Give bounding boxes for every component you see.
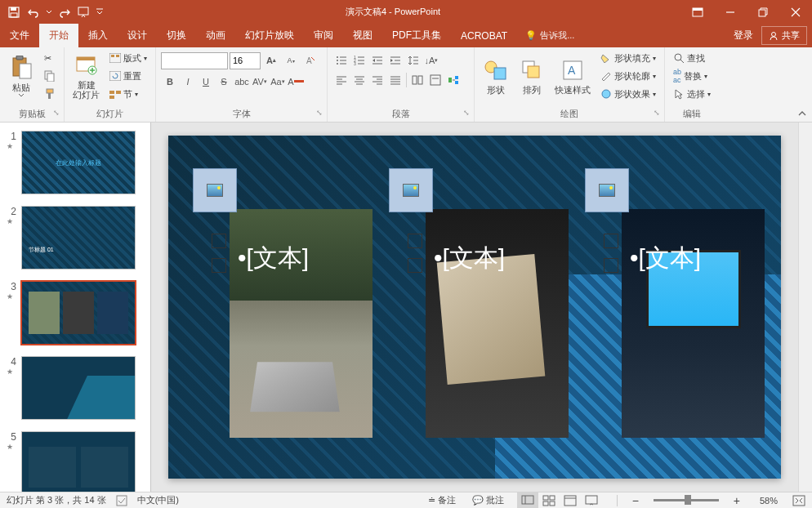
content-placeholder-3[interactable]: •[文本] [593,176,765,438]
numbering-button[interactable]: 123 [350,51,368,69]
zoom-out-button[interactable]: − [632,494,639,507]
reset-button[interactable]: 重置 [106,67,150,85]
format-painter-button[interactable] [41,85,59,103]
clipboard-launcher[interactable]: ⤡ [51,109,62,120]
slide-editor[interactable]: •[文本] •[文本] •[文本] [151,123,798,492]
text-placeholder-1[interactable]: •[文本] [238,242,309,275]
file-tab[interactable]: 文件 [0,24,39,47]
slide-sorter-view-button[interactable] [538,492,560,509]
normal-view-button[interactable] [517,492,538,509]
tell-me-search[interactable]: 💡 告诉我... [517,29,582,42]
pdf-tab[interactable]: PDF工具集 [382,24,451,47]
qat-customize-dropdown[interactable] [95,3,105,21]
fit-to-window-button[interactable] [792,495,805,506]
shape-outline-button[interactable]: 形状轮廓▾ [597,67,659,85]
justify-button[interactable] [386,71,404,89]
italic-button[interactable]: I [179,73,197,91]
zoom-slider[interactable] [654,499,719,501]
close-button[interactable] [779,0,812,24]
strikethrough-button[interactable]: S [215,73,233,91]
thumbnail-5[interactable]: 5★ [0,428,150,492]
share-button[interactable]: 共享 [761,26,807,45]
clear-formatting-button[interactable]: A [301,51,319,69]
slide-counter[interactable]: 幻灯片 第 3 张，共 14 张 [7,494,106,506]
design-tab[interactable]: 设计 [118,24,157,47]
align-center-button[interactable] [350,71,368,89]
decrease-font-button[interactable]: A▾ [282,51,300,69]
minimize-button[interactable] [714,0,747,24]
thumbnail-3[interactable]: 3★ [0,278,150,353]
insert-tab[interactable]: 插入 [78,24,118,47]
underline-button[interactable]: U [197,73,215,91]
thumbnail-4[interactable]: 4★ [0,353,150,428]
section-button[interactable]: 节▾ [106,85,150,103]
font-size-select[interactable] [230,52,261,69]
slideshow-tab[interactable]: 幻灯片放映 [235,24,304,47]
text-direction-button[interactable]: ↓A▾ [422,51,440,69]
line-spacing-button[interactable] [404,51,422,69]
text-placeholder-3[interactable]: •[文本] [630,242,701,275]
paragraph-launcher[interactable]: ⤡ [461,109,472,120]
bullets-button[interactable] [332,51,350,69]
content-placeholder-1[interactable]: •[文本] [201,176,373,438]
columns-button[interactable] [408,71,426,89]
shapes-button[interactable]: 形状 [480,49,512,103]
align-left-button[interactable] [332,71,350,89]
zoom-in-button[interactable]: + [734,494,740,507]
text-shadow-button[interactable]: abc [233,73,251,91]
qat-dropdown[interactable] [44,3,54,21]
home-tab[interactable]: 开始 [39,24,78,47]
language-indicator[interactable]: 中文(中国) [137,494,179,506]
font-launcher[interactable]: ⤡ [314,109,325,120]
increase-font-button[interactable]: A▴ [262,51,280,69]
thumbnail-panel[interactable]: 1★ 在此处输入标题 2★ 节标题 01 3★ 4★ 5★ [0,123,151,492]
new-slide-button[interactable]: 新建 幻灯片 [69,49,103,103]
zoom-level[interactable]: 58% [750,496,778,506]
align-right-button[interactable] [368,71,386,89]
collapse-ribbon-button[interactable] [794,106,810,123]
spell-check-icon[interactable] [116,495,127,506]
cut-button[interactable]: ✂ [41,49,59,67]
smartart-button[interactable] [444,71,462,89]
login-button[interactable]: 登录 [725,29,761,42]
image-placeholder-icon[interactable] [193,168,237,212]
quick-styles-button[interactable]: A 快速样式 [551,49,594,103]
increase-indent-button[interactable] [386,51,404,69]
content-placeholder-2[interactable]: •[文本] [397,176,569,438]
font-color-button[interactable]: A [287,73,305,91]
reading-view-button[interactable] [560,492,581,509]
decrease-indent-button[interactable] [368,51,386,69]
layout-button[interactable]: 版式▾ [106,49,150,67]
redo-button[interactable] [56,3,74,21]
drawing-launcher[interactable]: ⤡ [651,109,663,120]
acrobat-tab[interactable]: ACROBAT [451,24,517,47]
image-placeholder-icon[interactable] [585,168,629,212]
start-slideshow-button[interactable] [75,3,93,21]
shape-effects-button[interactable]: 形状效果▾ [597,85,659,103]
change-case-button[interactable]: Aa▾ [269,73,287,91]
restore-button[interactable] [747,0,779,24]
font-family-select[interactable] [161,52,228,69]
replace-button[interactable]: abac 替换▾ [670,67,714,85]
align-text-button[interactable] [426,71,444,89]
undo-button[interactable] [25,3,42,21]
ribbon-display-options[interactable] [681,0,714,24]
bold-button[interactable]: B [161,73,179,91]
copy-button[interactable] [41,67,59,85]
view-tab[interactable]: 视图 [343,24,382,47]
paste-button[interactable]: 粘贴 [5,49,38,103]
save-button[interactable] [5,3,23,21]
image-placeholder-icon[interactable] [389,168,433,212]
comments-button[interactable]: 💬 批注 [469,494,507,506]
review-tab[interactable]: 审阅 [304,24,343,47]
arrange-button[interactable]: 排列 [515,49,548,103]
character-spacing-button[interactable]: AV▾ [251,73,269,91]
select-button[interactable]: 选择▾ [670,85,714,103]
text-placeholder-2[interactable]: •[文本] [434,242,505,275]
slideshow-view-button[interactable] [581,492,602,509]
vertical-scrollbar[interactable] [798,123,812,492]
thumbnail-2[interactable]: 2★ 节标题 01 [0,203,150,278]
find-button[interactable]: 查找 [670,49,714,67]
transitions-tab[interactable]: 切换 [157,24,196,47]
shape-fill-button[interactable]: 形状填充▾ [597,49,659,67]
